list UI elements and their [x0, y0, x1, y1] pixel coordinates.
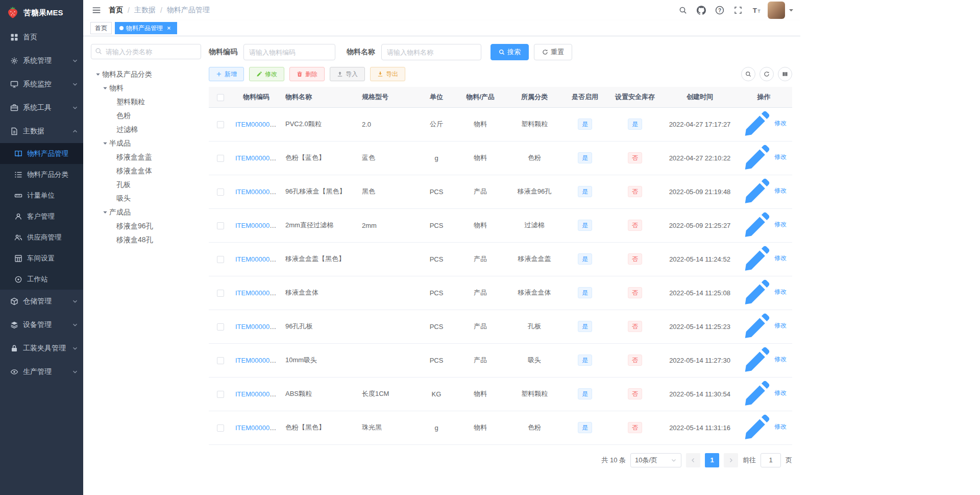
material-code-link[interactable]: ITEM00000054 [235, 357, 280, 364]
sidebar-subitem[interactable]: 物料产品管理 [0, 143, 83, 164]
material-code-link[interactable]: ITEM00000055 [235, 390, 280, 398]
enabled-badge: 是 [578, 321, 592, 332]
sidebar-subitem[interactable]: 计量单位 [0, 185, 83, 206]
sidebar-item[interactable]: 设备管理 [0, 313, 83, 337]
tree-node[interactable]: 色粉 [91, 109, 201, 123]
next-page-button[interactable] [724, 453, 738, 467]
tree-node[interactable]: 移液盒48孔 [91, 233, 201, 247]
sidebar-subitem[interactable]: 供应商管理 [0, 227, 83, 248]
fullscreen-button[interactable] [731, 3, 745, 18]
help-button[interactable]: ? [713, 3, 727, 18]
sidebar-toggle-button[interactable] [89, 3, 104, 18]
tree-node[interactable]: 半成品 [91, 136, 201, 150]
row-checkbox[interactable] [217, 290, 224, 297]
created-time-cell: 2022-05-14 11:31:16 [664, 411, 736, 444]
tree-node[interactable]: 吸头 [91, 192, 201, 205]
tree-node[interactable]: 物料及产品分类 [91, 67, 201, 81]
row-edit-link[interactable]: 修改 [741, 411, 787, 443]
sidebar-subitem[interactable]: 客户管理 [0, 206, 83, 227]
tree-expand-caret-icon[interactable] [101, 139, 109, 148]
tab-material-product-management[interactable]: 物料产品管理 [115, 22, 177, 34]
delete-button[interactable]: 删除 [289, 67, 325, 81]
page-size-select[interactable]: 10条/页 [630, 453, 681, 467]
row-checkbox[interactable] [217, 323, 224, 331]
tree-node[interactable]: 移液盒盒盖 [91, 150, 201, 164]
row-edit-link[interactable]: 修改 [741, 276, 787, 308]
category-search-input[interactable] [91, 44, 201, 59]
search-button[interactable]: 搜索 [491, 44, 529, 60]
tree-expand-caret-icon[interactable] [101, 84, 109, 92]
material-code-link[interactable]: ITEM00000053 [235, 323, 280, 331]
import-button[interactable]: 导入 [330, 67, 365, 81]
row-checkbox[interactable] [217, 188, 224, 196]
tab-close-button[interactable] [165, 25, 173, 32]
github-link[interactable] [694, 3, 708, 18]
user-menu-button[interactable] [788, 7, 794, 13]
row-checkbox[interactable] [217, 391, 224, 398]
breadcrumb-item-master-data[interactable]: 主数据 [134, 6, 156, 15]
toggle-search-button[interactable] [741, 67, 755, 81]
sidebar-subitem[interactable]: 物料产品分类 [0, 164, 83, 185]
sidebar-item[interactable]: 仓储管理 [0, 290, 83, 313]
tree-node[interactable]: 物料 [91, 81, 201, 95]
select-all-checkbox[interactable] [217, 94, 224, 101]
sidebar-item[interactable]: 首页 [0, 26, 83, 49]
tree-node[interactable]: 孔板 [91, 178, 201, 192]
row-checkbox[interactable] [217, 121, 224, 128]
edit-button[interactable]: 修改 [249, 67, 284, 81]
row-checkbox[interactable] [217, 357, 224, 364]
header-search-button[interactable] [676, 3, 690, 18]
row-edit-link[interactable]: 修改 [741, 344, 787, 375]
row-edit-link[interactable]: 修改 [741, 378, 787, 409]
sidebar-item[interactable]: 主数据 [0, 120, 83, 143]
logo[interactable]: 苦糖果MES [0, 0, 83, 26]
tree-node[interactable]: 产成品 [91, 205, 201, 219]
row-edit-link[interactable]: 修改 [741, 243, 787, 274]
prev-page-button[interactable] [686, 453, 700, 467]
font-size-button[interactable]: T T [749, 3, 764, 18]
material-code-link[interactable]: ITEM00000052 [235, 289, 280, 297]
page-number-button[interactable]: 1 [705, 453, 719, 467]
sidebar-subitem[interactable]: 车间设置 [0, 248, 83, 269]
tree-node[interactable]: 移液盒盒体 [91, 164, 201, 178]
sidebar-item[interactable]: 系统工具 [0, 96, 83, 120]
row-checkbox[interactable] [217, 425, 224, 432]
export-button[interactable]: 导出 [370, 67, 405, 81]
material-code-link[interactable]: ITEM00000046 [235, 188, 280, 196]
material-code-link[interactable]: ITEM00000056 [235, 424, 280, 432]
sidebar-subitem[interactable]: 工作站 [0, 269, 83, 290]
material-name-input[interactable] [381, 44, 481, 60]
row-checkbox[interactable] [217, 155, 224, 162]
breadcrumb-item-home[interactable]: 首页 [109, 6, 123, 15]
row-checkbox[interactable] [217, 222, 224, 229]
material-code-link[interactable]: ITEM00000051 [235, 255, 280, 263]
column-settings-button[interactable] [778, 67, 792, 81]
tree-node[interactable]: 移液盒96孔 [91, 219, 201, 233]
row-edit-link[interactable]: 修改 [741, 142, 787, 173]
row-edit-link[interactable]: 修改 [741, 310, 787, 342]
sidebar-item[interactable]: 系统管理 [0, 49, 83, 73]
row-edit-link[interactable]: 修改 [741, 175, 787, 207]
tree-expand-caret-icon[interactable] [101, 208, 109, 217]
material-code-input[interactable] [243, 44, 335, 60]
user-avatar[interactable] [768, 2, 785, 19]
sidebar-item[interactable]: 工装夹具管理 [0, 337, 83, 360]
tree-node[interactable]: 塑料颗粒 [91, 95, 201, 109]
row-edit-link[interactable]: 修改 [741, 108, 787, 139]
refresh-table-button[interactable] [760, 67, 774, 81]
sidebar-item[interactable]: 系统监控 [0, 73, 83, 96]
material-code-link[interactable]: ITEM00000037 [235, 121, 280, 128]
material-code-link[interactable]: ITEM00000041 [235, 154, 280, 162]
tab-home[interactable]: 首页 [90, 22, 112, 34]
reset-button[interactable]: 重置 [534, 44, 572, 60]
enabled-cell: 是 [564, 107, 606, 141]
tree-expand-caret-icon[interactable] [94, 70, 102, 79]
row-checkbox[interactable] [217, 256, 224, 263]
tree-node[interactable]: 过滤棉 [91, 123, 201, 136]
material-code-link[interactable]: ITEM00000049 [235, 222, 280, 229]
sidebar-item[interactable]: 生产管理 [0, 360, 83, 384]
row-edit-link[interactable]: 修改 [741, 209, 787, 241]
enabled-badge: 是 [578, 152, 592, 163]
goto-page-input[interactable] [761, 453, 781, 467]
add-button[interactable]: 新增 [209, 67, 244, 81]
